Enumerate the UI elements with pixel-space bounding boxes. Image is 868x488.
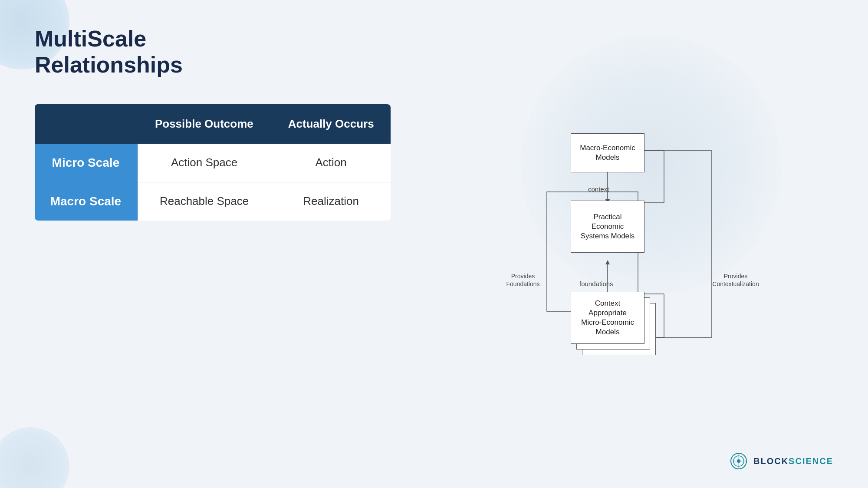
cell-realization: Realization	[271, 182, 391, 221]
diagram: Macro-EconomicModels PracticalEconomicSy…	[503, 125, 755, 376]
table-row: Macro Scale Reachable Space Realization	[35, 182, 391, 221]
box-practical-economic-label: PracticalEconomicSystems Models	[581, 212, 635, 241]
logo-text: BLOCKSCIENCE	[753, 456, 833, 466]
page-title: MultiScale Relationships	[35, 26, 425, 78]
header-possible-outcome: Possible Outcome	[137, 104, 271, 144]
cell-micro-scale: Micro Scale	[35, 144, 137, 182]
table-container: Possible Outcome Actually Occurs Micro S…	[35, 104, 391, 221]
left-panel: MultiScale Relationships Possible Outcom…	[35, 26, 425, 462]
box-practical-economic: PracticalEconomicSystems Models	[571, 201, 644, 253]
cell-action: Action	[271, 144, 391, 182]
header-scale	[35, 104, 137, 144]
multiscale-table: Possible Outcome Actually Occurs Micro S…	[35, 104, 391, 221]
label-provides-contextualization: ProvidesContextualization	[707, 272, 764, 288]
cell-action-space: Action Space	[137, 144, 271, 182]
svg-marker-12	[605, 260, 610, 264]
box-macro-economic-label: Macro-EconomicModels	[580, 143, 635, 162]
right-panel: Macro-EconomicModels PracticalEconomicSy…	[425, 26, 833, 462]
label-provides-foundations: ProvidesFoundations	[499, 272, 547, 288]
cell-macro-scale: Macro Scale	[35, 182, 137, 221]
box-macro-economic: Macro-EconomicModels	[571, 133, 644, 172]
label-foundations: foundations	[579, 280, 613, 287]
logo-block: BLOCK	[753, 456, 789, 466]
header-actually-occurs: Actually Occurs	[271, 104, 391, 144]
logo: BLOCKSCIENCE	[729, 452, 833, 471]
table-header-row: Possible Outcome Actually Occurs	[35, 104, 391, 144]
table-row: Micro Scale Action Space Action	[35, 144, 391, 182]
box-context-appropriate: ContextAppropriateMicro-EconomicModels	[571, 292, 644, 344]
box-context-label: ContextAppropriateMicro-EconomicModels	[581, 299, 634, 337]
logo-science: SCIENCE	[789, 456, 833, 466]
title-line1: MultiScale Relationships	[35, 26, 425, 78]
cell-reachable-space: Reachable Space	[137, 182, 271, 221]
blockscience-logo-icon	[729, 452, 748, 471]
label-context: context	[588, 185, 609, 193]
